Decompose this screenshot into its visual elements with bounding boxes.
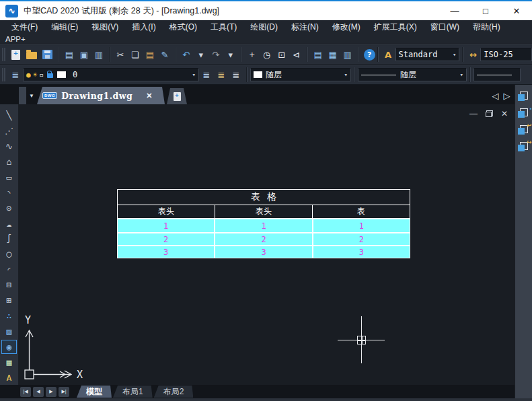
tab-prev-button[interactable]: ◀ xyxy=(33,387,44,397)
insert-block-tool[interactable]: ⊟ xyxy=(1,278,17,292)
mtext-tool[interactable]: A xyxy=(1,371,17,385)
close-button[interactable]: ✕ xyxy=(501,1,532,20)
color-combo[interactable]: 随层 ▾ xyxy=(250,68,351,81)
save-button[interactable] xyxy=(42,50,52,59)
layer-on-icon[interactable]: ● xyxy=(26,71,31,79)
undo-dropdown[interactable]: ▾ xyxy=(194,47,208,62)
zoom-realtime-button[interactable]: ◷ xyxy=(260,47,274,62)
app-plus-menu[interactable]: APP+ xyxy=(5,35,26,43)
hatch-tool[interactable]: ▨ xyxy=(1,324,17,338)
menu-item[interactable]: 插入(I) xyxy=(126,20,161,34)
menu-item[interactable]: 帮助(H) xyxy=(467,20,506,34)
layer-manager-button[interactable]: ≣ xyxy=(8,67,23,82)
document-tab-label: Drawing1.dwg xyxy=(61,91,132,101)
make-block-tool[interactable]: ⊞ xyxy=(1,293,17,307)
copy-entities-icon[interactable] xyxy=(518,92,530,102)
arc-tool[interactable]: ◝ xyxy=(1,186,17,200)
ellipse-tool[interactable]: ◯ xyxy=(1,247,17,261)
menu-item[interactable]: 视图(V) xyxy=(85,20,124,34)
doc-minimize-button[interactable]: — xyxy=(469,109,478,118)
menu-item[interactable]: 修改(M) xyxy=(326,20,367,34)
menu-item[interactable]: 编辑(E) xyxy=(45,20,84,34)
menu-item[interactable]: 格式(O) xyxy=(163,20,203,34)
doc-restore-button[interactable] xyxy=(486,109,493,118)
print-preview-button[interactable]: ▣ xyxy=(77,47,91,62)
tab-list-button[interactable]: ▼ xyxy=(26,87,37,104)
new-button[interactable]: + xyxy=(11,50,20,60)
help-button[interactable]: ? xyxy=(364,49,375,61)
menu-item[interactable]: 扩展工具(X) xyxy=(368,20,423,34)
copy-button[interactable]: ❏ xyxy=(128,47,143,62)
layer-vp-freeze-icon[interactable]: ▫ xyxy=(39,71,44,79)
point-tool[interactable]: ∴ xyxy=(1,309,17,323)
dim-style-icon[interactable]: ↔ xyxy=(466,47,480,62)
dim-style-combo[interactable]: ISO-25 xyxy=(480,48,532,61)
zoom-previous-button[interactable]: ⊲ xyxy=(289,47,304,62)
paste-entities-icon[interactable]: ▪ xyxy=(518,108,530,119)
toolbar-grip[interactable] xyxy=(2,68,5,81)
redo-dropdown[interactable]: ▾ xyxy=(223,47,238,62)
tab-scroll-right-button[interactable]: ▷ xyxy=(502,87,512,104)
layout-tab[interactable]: 布局1 xyxy=(113,386,153,398)
tab-close-icon[interactable]: ✕ xyxy=(146,92,152,100)
layout-tab[interactable]: 布局2 xyxy=(154,386,194,398)
region-tool[interactable]: ◉ xyxy=(1,340,17,354)
minimize-button[interactable]: — xyxy=(439,1,470,20)
designcenter-button[interactable]: ▦ xyxy=(326,47,340,62)
new-drawing-tab-button[interactable]: + xyxy=(167,88,187,104)
polyline-tool[interactable]: ∿ xyxy=(1,139,17,153)
menu-item[interactable]: 工具(T) xyxy=(204,20,243,34)
chevron-down-icon: ▾ xyxy=(449,51,456,58)
draw-toolbar: ╲⋰∿⌂▭◝⊙☁∫◯◜⊟⊞∴▨◉▦A xyxy=(0,104,19,385)
tab-scroll-left-button[interactable]: ◁ xyxy=(490,87,500,104)
tab-next-button[interactable]: ▶ xyxy=(46,387,56,397)
layer-combo[interactable]: ● ☀ ▫ 0 ▾ xyxy=(23,68,199,81)
document-tab-active[interactable]: DWG Drawing1.dwg ✕ xyxy=(37,87,165,104)
layout-tab[interactable]: 模型 xyxy=(77,386,112,398)
lineweight-combo[interactable] xyxy=(473,68,521,81)
cut-button[interactable]: ✂ xyxy=(113,47,128,62)
chevron-down-icon: ▾ xyxy=(340,71,348,78)
make-object-layer-current-button[interactable]: ≣ xyxy=(199,67,214,82)
layer-states-button[interactable]: ≣ xyxy=(229,67,243,82)
zoom-window-button[interactable]: ⊡ xyxy=(274,47,289,62)
text-style-combo[interactable]: Standard ▾ xyxy=(395,48,460,61)
ellipse-arc-tool[interactable]: ◜ xyxy=(1,262,17,277)
menu-item[interactable]: 窗口(W) xyxy=(424,20,465,34)
match-properties-button[interactable]: ✎ xyxy=(157,47,172,62)
redo-button[interactable]: ↷ xyxy=(208,47,223,62)
undo-button[interactable]: ↶ xyxy=(179,47,194,62)
rectangle-tool[interactable]: ▭ xyxy=(1,170,17,184)
spline-tool[interactable]: ∫ xyxy=(1,232,17,246)
circle-tool[interactable]: ⊙ xyxy=(1,201,17,215)
pan-button[interactable]: ＋ xyxy=(245,47,260,62)
print-button[interactable]: ▤ xyxy=(62,47,77,62)
layer-unlock-icon[interactable] xyxy=(47,73,53,78)
table-tool[interactable]: ▦ xyxy=(1,355,17,369)
open-button[interactable] xyxy=(26,52,37,59)
block-out-icon[interactable]: ↪ xyxy=(518,142,530,153)
tab-first-button[interactable]: |◀ xyxy=(20,387,31,397)
maximize-button[interactable]: □ xyxy=(470,1,501,20)
revision-cloud-tool[interactable]: ☁ xyxy=(1,217,17,231)
tab-last-button[interactable]: ▶| xyxy=(59,387,69,397)
construction-line-tool[interactable]: ⋰ xyxy=(1,124,17,138)
properties-palette-button[interactable]: ▤ xyxy=(311,47,326,62)
menu-item[interactable]: 文件(F) xyxy=(5,20,44,34)
layer-thaw-icon[interactable]: ☀ xyxy=(33,71,38,79)
polygon-tool[interactable]: ⌂ xyxy=(1,155,17,169)
block-in-icon[interactable]: ↩ xyxy=(518,125,530,136)
menu-item[interactable]: 绘图(D) xyxy=(244,20,284,34)
drawing-canvas[interactable]: — ✕ 表格 表头表头表 1 1 1 xyxy=(19,104,515,385)
line-tool[interactable]: ╲ xyxy=(1,108,17,122)
text-style-icon[interactable]: A xyxy=(381,47,395,62)
plot-export-button[interactable]: ▥ xyxy=(91,47,106,62)
menu-item[interactable]: 标注(N) xyxy=(285,20,325,34)
layer-previous-button[interactable]: ≣ xyxy=(214,67,229,82)
doc-close-button[interactable]: ✕ xyxy=(501,109,508,118)
tool-palettes-button[interactable]: ▥ xyxy=(340,47,355,62)
linetype-combo[interactable]: 随层 ▾ xyxy=(358,68,467,81)
toolbar-grip[interactable] xyxy=(2,48,5,61)
standard-toolbar: + ▤▣▥ ✂❏▤✎ ↶▾↷▾ ＋◷⊡⊲ ▤▦▥ ? A Standard ▾ … xyxy=(0,44,532,65)
paste-button[interactable]: ▤ xyxy=(143,47,157,62)
